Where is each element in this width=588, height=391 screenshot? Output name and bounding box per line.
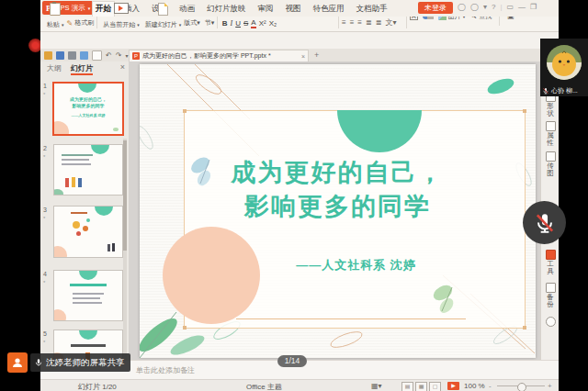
status-bar: 幻灯片 1/20 Office 主题 ▦▾ ▤ ▦ ▢ ▶ 100 % - + xyxy=(40,379,559,391)
tab-home[interactable]: 开始 xyxy=(92,1,115,17)
layout-button[interactable]: 版式▾ xyxy=(184,18,200,28)
font-color-button[interactable]: A xyxy=(251,18,255,28)
help-icon[interactable]: ? xyxy=(492,3,495,11)
zoom-out-button[interactable]: - xyxy=(489,382,492,390)
ppt-file-icon: P xyxy=(132,52,140,60)
justify-button[interactable]: ≣ xyxy=(366,18,372,27)
save-icon[interactable] xyxy=(56,51,64,60)
tab-slides[interactable]: 幻灯片 xyxy=(71,63,93,75)
notify-icon[interactable]: ▾ xyxy=(483,3,487,11)
participant-avatar xyxy=(546,44,582,81)
animation-indicator-icon: * xyxy=(43,216,45,221)
screen-share-caption: 沈婷老师的屏幕共享 xyxy=(30,353,130,372)
section-button[interactable]: 节▾ xyxy=(205,18,215,28)
theme-icon[interactable]: ◯ xyxy=(458,3,466,11)
animation-indicator-icon: * xyxy=(43,340,45,345)
properties-icon xyxy=(546,121,556,131)
tab-view[interactable]: 视图 xyxy=(283,2,304,17)
tab-doc-assistant[interactable]: 文档助手 xyxy=(354,2,390,17)
menu-icon[interactable] xyxy=(44,51,52,60)
ribbon-toggle-icon[interactable]: ▭ xyxy=(506,3,514,11)
help-circle-icon xyxy=(546,317,556,327)
zoom-level: 100 % xyxy=(464,382,485,390)
align-left-button[interactable]: ≡ xyxy=(342,18,346,27)
butterfly-green-icon xyxy=(428,281,465,319)
tab-slideshow[interactable]: 幻灯片放映 xyxy=(204,2,249,17)
tab-review[interactable]: 审阅 xyxy=(255,2,277,17)
sorter-view-button[interactable]: ▦ xyxy=(415,382,427,391)
document-tab-bar: ↶ ↷ ▾ P 成为更好的自己，影响更多的同学 PPT.pptx * × + xyxy=(40,49,559,62)
slide-canvas[interactable]: 成为更好的自己， 影响更多的同学 ——人文社科系 沈婷 xyxy=(140,64,536,358)
message-icon[interactable]: ◯ xyxy=(470,3,479,11)
chevron-down-icon[interactable]: ▾ xyxy=(125,52,128,59)
minimize-icon[interactable]: — xyxy=(518,3,526,11)
new-tab-button[interactable]: + xyxy=(314,50,319,60)
slide-thumbnail-3[interactable] xyxy=(53,206,123,258)
document-title: 成为更好的自己，影响更多的同学 PPT.pptx * xyxy=(142,51,299,61)
slideshow-play-button[interactable]: ▶ xyxy=(447,382,459,390)
divider-line xyxy=(236,318,466,319)
participant-video-tile[interactable]: 心协 柳... xyxy=(540,39,588,96)
microphone-muted-button[interactable] xyxy=(523,201,566,244)
zoom-in-button[interactable]: + xyxy=(548,382,552,390)
document-tab[interactable]: P 成为更好的自己，影响更多的同学 PPT.pptx * × xyxy=(129,50,309,61)
distribute-button[interactable]: ≣ xyxy=(376,18,382,27)
panel-item-properties[interactable]: 属性 xyxy=(543,121,558,147)
align-center-button[interactable]: ≡ xyxy=(350,18,355,27)
play-from-current-icon xyxy=(114,3,129,14)
panel-item-help[interactable] xyxy=(543,317,558,327)
close-tab-icon[interactable]: × xyxy=(301,53,305,60)
slide-thumbnail-2[interactable] xyxy=(53,144,123,196)
presenter-icon[interactable] xyxy=(7,352,28,373)
reading-view-button[interactable]: ▢ xyxy=(429,382,441,391)
new-slide-icon xyxy=(158,3,168,16)
panel-item-tools[interactable]: 工具 xyxy=(543,250,558,275)
close-panel-icon[interactable]: × xyxy=(120,62,125,72)
underline-button[interactable]: U xyxy=(235,19,241,28)
panel-item-backup[interactable]: 备份 xyxy=(543,283,558,308)
format-painter-button[interactable]: ✎格式刷 xyxy=(67,18,95,28)
speaker-mic-icon xyxy=(34,358,43,367)
subscript-button[interactable]: X₂ xyxy=(269,19,277,28)
titlebar-icons: ◯ ◯ ▾ ? | ▭ — ❐ xyxy=(458,3,537,11)
animation-indicator-icon: * xyxy=(43,154,45,160)
normal-view-button[interactable]: ▤ xyxy=(401,382,413,391)
slide-title[interactable]: 成为更好的自己， 影响更多的同学 xyxy=(176,156,499,224)
redo-icon[interactable]: ↷ xyxy=(116,51,122,60)
tab-animation[interactable]: 动画 xyxy=(176,2,198,17)
slide-number: 3 xyxy=(43,207,47,213)
grid-settings-icon[interactable]: ▦▾ xyxy=(371,382,382,390)
divider: | xyxy=(500,3,502,11)
login-button[interactable]: 未登录 xyxy=(418,2,453,14)
slide-thumbnail-4[interactable] xyxy=(53,270,123,321)
preview-icon[interactable] xyxy=(80,51,88,60)
toolbox-icon xyxy=(546,250,556,260)
slide-number: 5 xyxy=(43,330,47,337)
strikethrough-button[interactable]: S xyxy=(243,19,248,28)
restore-icon[interactable]: ❐ xyxy=(530,3,537,11)
superscript-button[interactable]: X² xyxy=(259,19,266,28)
theme-name: Office 主题 xyxy=(246,382,282,391)
participant-name: 心协 柳... xyxy=(551,86,578,95)
bold-button[interactable]: B xyxy=(222,19,228,28)
chevron-down-icon: ▾ xyxy=(88,6,91,11)
slide-subtitle[interactable]: ——人文社科系 沈婷 xyxy=(176,257,499,274)
slide-thumbnail-1[interactable]: 成为更好的自己，影响更多的同学 ——人文社科系 沈婷 xyxy=(52,82,124,136)
paste-icon xyxy=(50,3,61,16)
tab-special-features[interactable]: 特色应用 xyxy=(311,2,347,17)
wps-window: P WPS 演示 ▾ 开始 插入 设计 动画 幻灯片放映 审阅 视图 特色应用 … xyxy=(40,0,559,391)
text-direction-button[interactable]: 文▾ xyxy=(385,17,396,28)
menu-tab-bar: 开始 插入 设计 动画 幻灯片放映 审阅 视图 特色应用 文档助手 xyxy=(92,0,390,17)
export-icon[interactable] xyxy=(92,50,102,61)
tab-outline[interactable]: 大纲 xyxy=(47,63,62,73)
print-icon[interactable] xyxy=(68,51,76,60)
animation-indicator-icon: * xyxy=(43,92,45,97)
notes-placeholder: 单击此处添加备注 xyxy=(136,365,195,375)
align-right-button[interactable]: ≡ xyxy=(357,18,362,27)
slide-number: 4 xyxy=(43,271,47,277)
italic-button[interactable]: I xyxy=(231,19,233,28)
slide-number: 2 xyxy=(43,145,47,151)
undo-icon[interactable]: ↶ xyxy=(106,51,112,60)
panel-item-upload-image[interactable]: 传图 xyxy=(543,151,558,177)
zoom-slider-knob[interactable] xyxy=(517,383,526,391)
